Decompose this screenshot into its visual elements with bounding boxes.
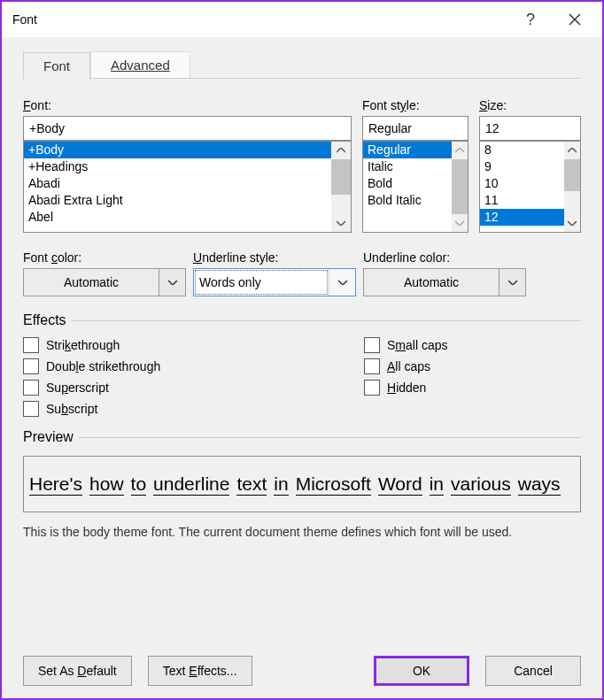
list-item[interactable]: Abadi Extra Light [24, 192, 331, 209]
fontstyle-input[interactable] [362, 116, 468, 141]
ok-button[interactable]: OK [374, 656, 469, 686]
scroll-up-icon[interactable] [564, 142, 580, 159]
font-listbox[interactable]: +Body +Headings Abadi Abadi Extra Light … [23, 141, 352, 233]
list-item[interactable]: Abel [24, 209, 331, 226]
titlebar: Font ? [2, 2, 602, 37]
list-item[interactable]: +Body [24, 142, 331, 158]
list-item[interactable]: 10 [480, 175, 564, 192]
scroll-down-icon[interactable] [564, 214, 580, 232]
size-input[interactable] [479, 116, 581, 141]
list-item[interactable]: Bold Italic [363, 192, 452, 209]
ulcolor-label: Underline color: [363, 250, 526, 265]
size-label: Size: [479, 98, 581, 112]
checkbox-small-caps[interactable]: Small caps [364, 337, 581, 353]
fontstyle-label: Font style: [362, 98, 468, 112]
list-item[interactable]: Abadi [24, 175, 331, 192]
scroll-up-icon[interactable] [331, 142, 351, 159]
fontcolor-label: Font color: [23, 250, 186, 265]
checkbox-all-caps[interactable]: All caps [364, 358, 581, 374]
chevron-down-icon [499, 268, 526, 296]
checkbox-superscript[interactable]: Superscript [23, 380, 240, 396]
checkbox-hidden[interactable]: Hidden [364, 380, 581, 396]
underline-style-dropdown[interactable]: Words only [193, 268, 356, 296]
list-item[interactable]: +Headings [24, 158, 331, 175]
underline-color-dropdown[interactable]: Automatic [363, 268, 526, 296]
help-button[interactable]: ? [508, 2, 553, 37]
checkbox-subscript[interactable]: Subscript [23, 401, 240, 417]
list-item[interactable]: Italic [363, 158, 452, 175]
cancel-button[interactable]: Cancel [485, 656, 581, 686]
chevron-down-icon [329, 269, 355, 296]
close-button[interactable] [553, 2, 597, 37]
scrollbar[interactable] [564, 142, 580, 232]
size-listbox[interactable]: 8 9 10 11 12 [479, 141, 581, 233]
ulstyle-label: Underline style: [193, 250, 356, 265]
scroll-up-icon[interactable] [452, 142, 468, 159]
checkbox-double-strikethrough[interactable]: Double strikethrough [23, 358, 240, 374]
scrollbar[interactable] [331, 142, 351, 232]
preview-box: Here's how to underline text in Microsof… [23, 456, 581, 512]
tabs: Font Advanced [23, 51, 581, 79]
fontstyle-listbox[interactable]: Regular Italic Bold Bold Italic [362, 141, 468, 233]
list-item[interactable]: 9 [480, 158, 564, 175]
checkbox-strikethrough[interactable]: Strikethrough [23, 337, 240, 353]
list-item[interactable]: 8 [480, 142, 564, 158]
tab-font[interactable]: Font [23, 52, 90, 80]
font-label: Font: [23, 98, 352, 112]
list-item[interactable]: Regular [363, 142, 452, 158]
scrollbar[interactable] [452, 142, 468, 232]
chevron-down-icon [159, 268, 186, 296]
window-title: Font [12, 12, 37, 27]
list-item[interactable]: Bold [363, 175, 452, 192]
text-effects-button[interactable]: Text Effects... [148, 656, 252, 686]
list-item[interactable]: 12 [480, 209, 564, 226]
effects-header: Effects [23, 312, 66, 328]
close-icon [569, 13, 581, 26]
set-default-button[interactable]: Set As Default [23, 656, 132, 686]
scroll-down-icon[interactable] [331, 214, 351, 232]
tab-advanced[interactable]: Advanced [90, 51, 190, 79]
font-input[interactable] [23, 116, 352, 141]
fontcolor-dropdown[interactable]: Automatic [23, 268, 186, 296]
preview-header: Preview [23, 429, 74, 445]
preview-description: This is the body theme font. The current… [23, 525, 581, 539]
scroll-down-icon[interactable] [452, 214, 468, 232]
list-item[interactable]: 11 [480, 192, 564, 209]
